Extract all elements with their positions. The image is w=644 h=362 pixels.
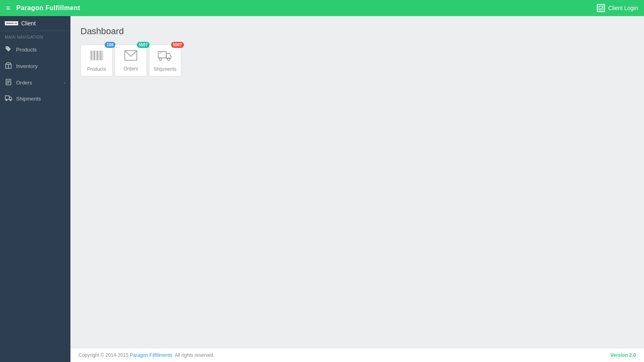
dashboard-card-shipments[interactable]: 5507 Shipments (149, 45, 181, 76)
content-main: Dashboard 106 (70, 16, 644, 348)
menu-toggle-button[interactable]: ≡ (6, 4, 10, 12)
client-login-label[interactable]: Client Login (608, 5, 638, 11)
dashboard-card-products[interactable]: 106 Products (80, 45, 113, 76)
svg-point-0 (6, 47, 7, 48)
main-layout: PARAGON Client MAIN NAVIGATION Products (0, 16, 644, 362)
svg-rect-14 (97, 51, 98, 60)
topbar-right: Client Login (597, 4, 638, 12)
dashboard-card-orders[interactable]: 5507 Orders (115, 45, 147, 76)
svg-rect-12 (94, 51, 95, 60)
products-badge: 106 (105, 42, 116, 48)
svg-rect-16 (100, 51, 101, 60)
sidebar-nav-label: MAIN NAVIGATION (0, 31, 70, 41)
svg-rect-10 (91, 51, 92, 60)
svg-rect-15 (99, 51, 100, 60)
sidebar-shipments-label: Shipments (16, 96, 41, 102)
sidebar-client-section: PARAGON Client (0, 16, 70, 31)
svg-rect-7 (5, 96, 9, 99)
shipments-badge: 5507 (171, 42, 184, 48)
sidebar-item-inventory[interactable]: Inventory (0, 58, 70, 74)
shipments-truck-icon (158, 50, 172, 64)
chevron-left-icon: ‹ (64, 80, 66, 85)
sidebar-products-label: Products (16, 47, 37, 53)
svg-point-8 (6, 100, 7, 101)
sidebar-item-products[interactable]: Products (0, 41, 70, 58)
footer-copyright: Copyright © 2014-2015 Paragon Filfillmen… (78, 352, 215, 358)
truck-icon (5, 95, 12, 102)
orders-card-label: Orders (124, 66, 138, 72)
orders-left: Orders (5, 79, 32, 86)
envelope-icon (124, 50, 137, 64)
svg-rect-11 (93, 51, 93, 60)
svg-rect-19 (158, 51, 166, 58)
sidebar-item-orders[interactable]: Orders ‹ (0, 74, 70, 91)
dashboard-cards: 106 Products (80, 45, 634, 76)
topbar: ≡ Paragon Fulfillment Client Login (0, 0, 644, 16)
footer-version: Version 2.0 (611, 352, 636, 358)
content-area: Dashboard 106 (70, 16, 644, 362)
svg-rect-17 (102, 51, 103, 60)
barcode-icon (90, 50, 103, 64)
page-title: Dashboard (80, 26, 634, 37)
footer: Copyright © 2014-2015 Paragon Filfillmen… (70, 348, 644, 362)
box-icon (5, 62, 12, 70)
file-icon (5, 79, 12, 86)
sidebar-inventory-label: Inventory (16, 63, 37, 69)
svg-point-9 (10, 100, 11, 101)
tag-icon (5, 46, 12, 53)
svg-rect-13 (96, 51, 97, 60)
sidebar-orders-label: Orders (16, 80, 32, 86)
topbar-left: ≡ Paragon Fulfillment (6, 4, 80, 12)
client-login-icon (597, 4, 605, 12)
brand-title: Paragon Fulfillment (17, 4, 80, 12)
sidebar-client-label: Client (21, 20, 36, 27)
sidebar-item-shipments[interactable]: Shipments (0, 91, 70, 107)
sidebar-logo: PARAGON (5, 21, 18, 26)
products-card-label: Products (87, 66, 106, 72)
orders-badge: 5507 (137, 42, 150, 48)
svg-point-20 (159, 58, 162, 60)
shipments-card-label: Shipments (154, 66, 177, 72)
footer-link[interactable]: Paragon Filfillments (130, 352, 172, 358)
sidebar: PARAGON Client MAIN NAVIGATION Products (0, 16, 70, 362)
